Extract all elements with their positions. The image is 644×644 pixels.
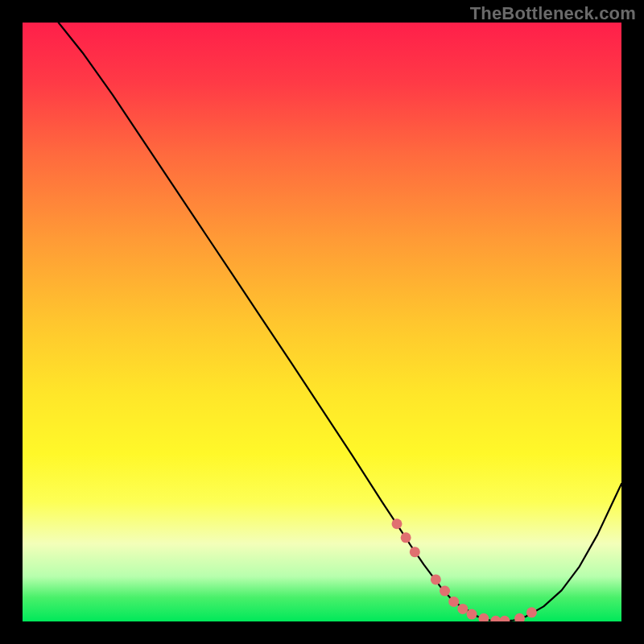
valley-dot (478, 613, 489, 621)
valley-dot (499, 616, 510, 621)
watermark-text: TheBottleneck.com (470, 3, 636, 24)
valley-dot (431, 574, 441, 584)
valley-dot (392, 518, 402, 529)
valley-dot (490, 616, 501, 621)
valley-dot (440, 586, 450, 597)
chart-frame: TheBottleneck.com (0, 0, 644, 644)
valley-dots-group (392, 518, 537, 621)
valley-dot (410, 547, 420, 557)
chart-svg (23, 23, 621, 621)
valley-dot (457, 604, 468, 614)
valley-dot (401, 532, 411, 543)
valley-dot (467, 609, 477, 620)
plot-area (23, 23, 621, 621)
valley-dot (526, 607, 537, 617)
valley-dot (514, 613, 525, 621)
bottleneck-curve (59, 23, 621, 621)
valley-dot (448, 597, 459, 607)
